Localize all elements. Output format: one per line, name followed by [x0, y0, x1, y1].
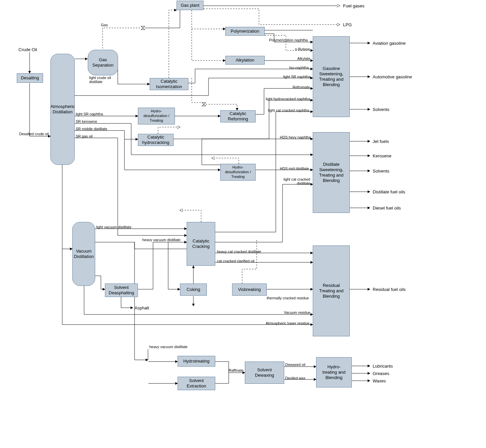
- label-therm-cracked: thermally cracked residue: [267, 296, 309, 300]
- product-distillate-fuel-oils: Distillate fuel oils: [373, 189, 405, 194]
- unit-visbreaking: Visbreaking: [232, 284, 267, 296]
- label-cat-clarified-oil: cat cracked clarified oil: [217, 259, 254, 263]
- label-light-sr-naphtha-2: light SR naphtha: [283, 75, 310, 79]
- label-light-sr-naphtha-1: light SR naphtha: [76, 112, 103, 116]
- unit-gas-plant: Gas plant: [177, 1, 203, 10]
- label-sr-kerosene: SR kerosene: [76, 119, 97, 123]
- unit-solvent-extraction: Solvent Extraction: [178, 377, 215, 390]
- unit-catalytic-hydrocracking: Catalytic hydrocracking: [138, 134, 174, 146]
- unit-hydrotreating: Hydrotreating: [178, 356, 215, 367]
- label-deoiled-wax: Deoiled wax: [285, 376, 305, 380]
- product-solvents-1: Solvents: [373, 107, 389, 112]
- product-waxes: Waxes: [373, 378, 386, 383]
- unit-solvent-dewaxing: Solvent Dewaxing: [245, 362, 284, 384]
- unit-solvent-deasphalting: Solvent Deasphalting: [105, 284, 138, 297]
- label-light-vac-distillate: light vacuum distillate: [96, 225, 132, 229]
- product-greases: Greases: [373, 371, 389, 376]
- label-atm-tower-residue: Atmospheric tower residue: [266, 321, 309, 325]
- label-dewaxed-oil: Dewaxed oil: [285, 363, 305, 367]
- unit-catalytic-reforming: Catalytic Reforming: [220, 110, 256, 122]
- label-n-butane: n-Butane: [295, 47, 310, 51]
- unit-atmospheric-distillation: Atmospheric Distillation: [50, 54, 75, 165]
- product-lubricants: Lubricants: [373, 364, 393, 369]
- unit-catalytic-isomerization: Catalytic Isomerization: [150, 78, 188, 90]
- unit-alkylation: Alkylation: [225, 56, 265, 65]
- unit-residual-blend: Residual Treating and Blending: [313, 246, 350, 336]
- label-hds-mid-distillate: HDS mid distillate: [280, 166, 309, 171]
- label-sr-mid-dist: SR middle distillate: [76, 127, 107, 131]
- label-vacuum-residue: Vacuum residue: [284, 310, 310, 314]
- product-diesel-fuel-oils: Diesel fuel oils: [373, 206, 401, 211]
- label-sr-gas-oil: SR gas oil: [76, 134, 92, 138]
- unit-catalytic-cracking: Catalytic Cracking: [187, 222, 215, 266]
- unit-gas-separation: Gas Separation: [88, 50, 118, 75]
- unit-distillate-blend: Distillate Sweetening, Treating and Blen…: [313, 132, 350, 213]
- label-crude-oil: Crude Oil: [18, 47, 37, 52]
- label-heavy-vac-distillate-2: heavy vacuum distillate: [149, 345, 188, 349]
- unit-polymerization: Polymerization: [225, 27, 265, 36]
- product-kerosene: Kerosene: [373, 153, 391, 158]
- unit-hydro-treating-blending: Hydro- treating and Blending: [316, 357, 352, 387]
- label-iso-naphtha: Iso-naphtha: [289, 66, 309, 70]
- product-automotive-gasoline: Automotive gasoline: [373, 74, 412, 79]
- label-gas: Gas: [101, 23, 108, 27]
- unit-hydro-desulf-1: Hydro- desulfurization / Treating: [138, 108, 175, 124]
- label-alkylate: Alkylate: [297, 57, 310, 61]
- product-jet-fuels: Jet fuels: [373, 139, 389, 144]
- unit-desalting: Desalting: [17, 73, 43, 83]
- label-heavy-cat-distillate: heavy cat cracked distillate: [217, 250, 261, 254]
- label-refromate: Refromate: [293, 85, 310, 89]
- unit-coking: Coking: [180, 284, 207, 296]
- label-light-cat-distillate: light cat cracked distillate: [284, 177, 310, 185]
- product-solvents-2: Solvents: [373, 169, 389, 174]
- label-desalted-crude: Desalted crude oil: [19, 132, 49, 136]
- label-asphalt: Asphalt: [135, 305, 149, 310]
- unit-hydro-desulf-2: Hydro- desulfurization / Treating: [220, 164, 256, 181]
- label-light-hydro-naphtha: light hydrocracked naphtha: [266, 97, 310, 101]
- label-raffinate: Raffinate: [229, 368, 244, 372]
- product-lpg: LPG: [343, 22, 352, 27]
- product-aviation-gasoline: Aviation gasoline: [373, 41, 406, 46]
- product-residual-fuel-oils: Residual fuel oils: [373, 287, 406, 292]
- unit-vacuum-distillation: Vacuum Distillation: [72, 222, 95, 286]
- label-heavy-vac-distillate-1: heavy vacuum distillate: [142, 238, 181, 242]
- unit-gasoline-blend: Gasoline Sweetening, Treating and Blendi…: [313, 36, 350, 117]
- label-light-cat-naphtha: light cat cracked naphtha: [268, 108, 309, 112]
- label-poly-naphtha: Polymerization naphtha: [269, 38, 308, 42]
- product-fuel-gases: Fuel gases: [343, 3, 365, 8]
- label-hds-heavy-naphtha: HDS hevy naphtha: [280, 135, 311, 139]
- label-light-crude-distillate: light crude oil distillate: [89, 76, 111, 84]
